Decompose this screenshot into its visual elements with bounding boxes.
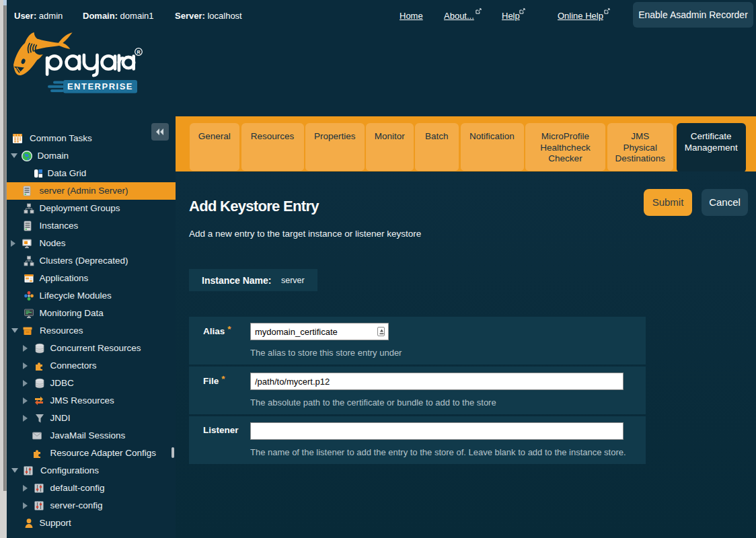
svg-text:R: R [137,50,140,54]
svg-text:ENTERPRISE: ENTERPRISE [67,81,133,91]
